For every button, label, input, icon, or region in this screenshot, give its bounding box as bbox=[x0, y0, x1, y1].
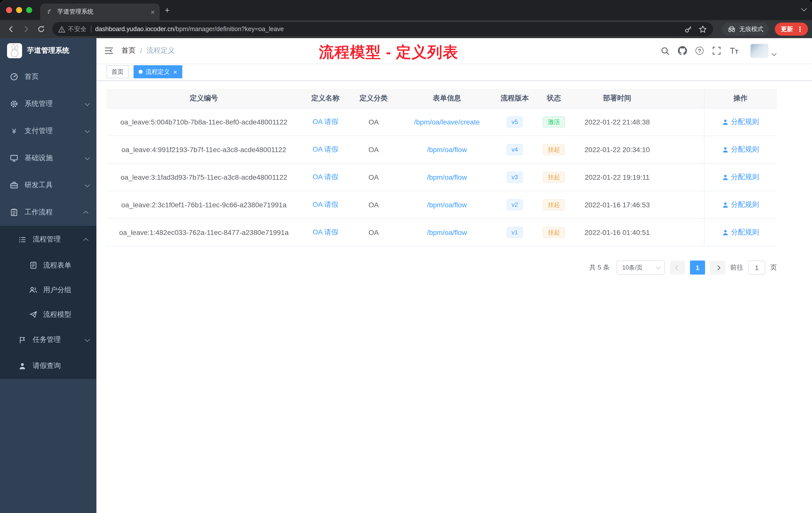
incognito-icon bbox=[728, 26, 736, 33]
hamburger-icon[interactable] bbox=[105, 46, 114, 55]
app-logo[interactable]: 芋道管理系统 bbox=[0, 38, 96, 63]
new-tab-button[interactable]: + bbox=[165, 6, 170, 14]
sidebar-item-label: 首页 bbox=[25, 72, 39, 81]
assign-rule-link[interactable]: 分配规则 bbox=[722, 117, 759, 126]
browser-tab[interactable]: 芋道管理系统 × bbox=[40, 3, 160, 20]
maximize-window-button[interactable] bbox=[26, 7, 32, 13]
user-icon bbox=[722, 174, 728, 180]
logo-image bbox=[7, 43, 22, 58]
sidebar-item-leave-query[interactable]: 请假查询 bbox=[0, 353, 96, 379]
breadcrumb-home[interactable]: 首页 bbox=[121, 46, 136, 55]
breadcrumb-current: 流程定义 bbox=[147, 46, 175, 55]
version-badge: v4 bbox=[506, 144, 523, 155]
github-icon[interactable] bbox=[678, 46, 687, 55]
page-number-button[interactable]: 1 bbox=[690, 261, 705, 275]
user-icon bbox=[722, 229, 728, 236]
definition-name-link[interactable]: OA 请假 bbox=[313, 200, 339, 209]
person-icon bbox=[18, 362, 26, 370]
minimize-window-button[interactable] bbox=[16, 7, 22, 13]
sidebar: 芋道管理系统 首页 系统管理 ¥ 支付管理 基础设施 研发工具 工作 bbox=[0, 38, 96, 513]
sidebar-item-task-management[interactable]: 任务管理 bbox=[0, 327, 96, 353]
tag-label: 流程定义 bbox=[146, 67, 170, 76]
next-page-button[interactable] bbox=[710, 261, 725, 275]
form-link[interactable]: /bpm/oa/flow bbox=[427, 229, 467, 236]
avatar[interactable] bbox=[750, 44, 768, 58]
definition-name-link[interactable]: OA 请假 bbox=[313, 228, 339, 237]
form-icon bbox=[29, 261, 37, 269]
monitor-icon bbox=[10, 154, 18, 162]
gear-icon bbox=[10, 100, 18, 108]
table-row: oa_leave:1:482ec033-762a-11ec-8477-a2380… bbox=[107, 219, 777, 246]
tag-close-icon[interactable]: × bbox=[173, 68, 177, 75]
cell-deploy-time: 2022-01-22 20:34:10 bbox=[575, 136, 660, 163]
sidebar-item-system[interactable]: 系统管理 bbox=[0, 90, 96, 117]
fullscreen-icon[interactable] bbox=[712, 46, 721, 55]
sidebar-item-home[interactable]: 首页 bbox=[0, 63, 96, 90]
browser-menu-icon[interactable]: ⋮ bbox=[796, 26, 804, 33]
definition-name-link[interactable]: OA 请假 bbox=[313, 145, 339, 154]
active-dot bbox=[139, 70, 143, 74]
form-link[interactable]: /bpm/oa/leave/create bbox=[414, 118, 480, 126]
back-button[interactable] bbox=[4, 22, 18, 36]
total-count: 共 5 条 bbox=[589, 263, 610, 272]
search-icon[interactable] bbox=[660, 46, 669, 55]
sidebar-item-process-management[interactable]: 流程管理 bbox=[0, 226, 96, 253]
status-badge: 挂起 bbox=[543, 227, 565, 238]
forward-button[interactable] bbox=[19, 22, 33, 36]
definition-name-link[interactable]: OA 请假 bbox=[313, 117, 339, 126]
tag-home[interactable]: 首页 bbox=[107, 65, 128, 78]
tab-close-icon[interactable]: × bbox=[151, 8, 155, 15]
form-link[interactable]: /bpm/oa/flow bbox=[427, 146, 467, 154]
sidebar-item-payment[interactable]: ¥ 支付管理 bbox=[0, 117, 96, 145]
prev-page-button[interactable] bbox=[670, 261, 685, 275]
assign-rule-link[interactable]: 分配规则 bbox=[722, 145, 759, 154]
form-link[interactable]: /bpm/oa/flow bbox=[427, 201, 467, 209]
cell-id: oa_leave:1:482ec033-762a-11ec-8477-a2380… bbox=[107, 219, 301, 246]
page-size-select[interactable]: 10条/页 bbox=[617, 261, 665, 275]
goto-page-input[interactable] bbox=[748, 261, 765, 275]
assign-rule-link[interactable]: 分配规则 bbox=[722, 228, 759, 237]
cell-spacer bbox=[660, 191, 704, 218]
assign-rule-link[interactable]: 分配规则 bbox=[722, 173, 759, 182]
sidebar-item-label: 任务管理 bbox=[33, 335, 61, 344]
sidebar-item-process-forms[interactable]: 流程表单 bbox=[0, 253, 96, 278]
cell-category: OA bbox=[349, 163, 398, 191]
cell-spacer bbox=[660, 163, 704, 191]
toolbox-icon bbox=[10, 181, 18, 189]
address-bar[interactable]: 不安全 dashboard.yudao.iocoder.cn/bpm/manag… bbox=[52, 22, 713, 36]
tags-view: 首页 流程定义 × bbox=[96, 63, 812, 81]
cell-category: OA bbox=[349, 219, 398, 246]
sidebar-item-infrastructure[interactable]: 基础设施 bbox=[0, 145, 96, 172]
cell-category: OA bbox=[349, 191, 398, 218]
font-size-icon[interactable] bbox=[730, 46, 739, 55]
help-icon[interactable]: ? bbox=[696, 47, 703, 55]
security-indicator[interactable]: 不安全 bbox=[58, 25, 87, 33]
fixed-column-divider bbox=[704, 89, 704, 246]
security-label: 不安全 bbox=[68, 25, 87, 33]
close-window-button[interactable] bbox=[6, 7, 12, 13]
definition-name-link[interactable]: OA 请假 bbox=[313, 173, 339, 182]
sidebar-item-process-models[interactable]: 流程模型 bbox=[0, 302, 96, 327]
status-badge: 挂起 bbox=[543, 144, 565, 155]
sidebar-item-label: 用户分组 bbox=[43, 285, 71, 294]
chevron-down-icon bbox=[85, 128, 90, 133]
version-badge: v3 bbox=[506, 172, 523, 183]
reload-button[interactable] bbox=[34, 22, 48, 36]
chevron-up-icon bbox=[83, 238, 88, 243]
chrome-update-button[interactable]: 更新 ⋮ bbox=[775, 23, 808, 36]
key-icon[interactable] bbox=[685, 25, 693, 33]
bookmark-star-icon[interactable] bbox=[698, 25, 707, 33]
form-link[interactable]: /bpm/oa/flow bbox=[427, 173, 467, 181]
assign-rule-link[interactable]: 分配规则 bbox=[722, 200, 759, 209]
pagination: 共 5 条 10条/页 1 前往 页 bbox=[107, 261, 777, 275]
tag-process-definition[interactable]: 流程定义 × bbox=[134, 65, 182, 78]
tab-search-chevron-icon[interactable] bbox=[801, 6, 807, 11]
sidebar-item-user-groups[interactable]: 用户分组 bbox=[0, 278, 96, 302]
sidebar-item-workflow[interactable]: 工作流程 bbox=[0, 199, 96, 226]
cell-category: OA bbox=[349, 136, 398, 163]
sidebar-item-dev-tools[interactable]: 研发工具 bbox=[0, 172, 96, 199]
col-header-spacer bbox=[660, 89, 704, 108]
tab-title: 芋道管理系统 bbox=[57, 7, 147, 16]
chevron-down-icon bbox=[656, 265, 661, 269]
user-menu[interactable] bbox=[750, 44, 776, 58]
